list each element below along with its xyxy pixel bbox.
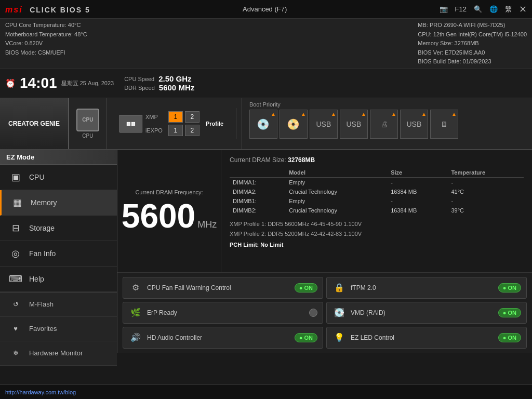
model-dimmb2: Crucial Technology xyxy=(286,206,388,215)
sidebar-item-memory[interactable]: ▦ Memory xyxy=(0,190,117,216)
boot-device-1[interactable]: ▲ 📀 xyxy=(280,110,308,139)
xmp-btn-1[interactable]: 1 xyxy=(168,111,183,123)
mflash-icon: ↺ xyxy=(7,297,24,312)
cpu-fan-control[interactable]: ⚙ CPU Fan Fail Warning Control ● ON xyxy=(123,277,323,299)
dram-freq-label: Current DRAM Frequency: xyxy=(135,189,203,195)
memory-detail: Current DRAM Frequency: 5600 MHz Current… xyxy=(117,150,532,272)
status-bar: http://hardaway.com.tw/blog xyxy=(0,384,532,399)
zoom-icon[interactable]: 🔍 xyxy=(474,5,482,13)
ez-led-control[interactable]: 💡 EZ LED Control ● ON xyxy=(326,327,527,349)
sidebar-bottom: ↺ M-Flash ♥ Favorites ❄ Hardware Monitor xyxy=(0,292,117,366)
iexpo-btn-1[interactable]: 1 xyxy=(168,125,183,136)
dram-size-val: 32768MB xyxy=(288,156,315,164)
pch-limit: PCH Limit: No Limit xyxy=(230,242,524,248)
table-row: DIMMA2: Crucial Technology 16384 MB 41°C xyxy=(230,187,524,196)
pch-limit-val: No Limit xyxy=(260,242,283,248)
clock-icon: ⏰ xyxy=(5,78,16,88)
hd-audio-toggle[interactable]: ● ON xyxy=(295,333,317,342)
cpu-fan-label: CPU Fan Fail Warning Control xyxy=(147,284,290,291)
sidebar-item-help[interactable]: ⌨ Help xyxy=(0,267,117,292)
model-dimma1: Empty xyxy=(286,177,388,187)
ez-led-label: EZ LED Control xyxy=(351,334,494,341)
size-dimmb1: - xyxy=(388,196,448,206)
info-right: MB: PRO Z690-A WIFI (MS-7D25) CPU: 12th … xyxy=(418,21,527,66)
lang-icon[interactable]: 繁 xyxy=(505,5,512,14)
sidebar-item-faninfo[interactable]: ◎ Fan Info xyxy=(0,241,117,267)
sidebar-item-storage[interactable]: ⊟ Storage xyxy=(0,216,117,241)
cpu-profile-icon[interactable]: CPU CPU xyxy=(69,98,107,149)
top-right-controls: 📷 F12 🔍 🌐 繁 ✕ xyxy=(440,4,527,15)
col-temp: Temperature xyxy=(448,168,524,178)
storage-sidebar-icon: ⊟ xyxy=(8,221,23,235)
temp-dimma2: 41°C xyxy=(448,187,524,196)
ez-led-icon: 💡 xyxy=(332,330,347,345)
ez-led-toggle[interactable]: ● ON xyxy=(498,333,521,342)
close-button[interactable]: ✕ xyxy=(519,4,527,15)
table-row: DIMMA1: Empty - - xyxy=(230,177,524,187)
slot-dimmb1: DIMMB1: xyxy=(230,196,286,206)
boot-device-6[interactable]: ▲ 🖥 xyxy=(430,110,458,139)
vmd-icon: 💽 xyxy=(332,305,347,320)
boot-device-2[interactable]: ▲ USB xyxy=(310,110,338,139)
clock-bar: ⏰ 14:01 星期五 25 Aug, 2023 CPU Speed 2.50 … xyxy=(0,69,532,98)
erp-icon: 🌿 xyxy=(128,305,143,320)
hw-monitor-icon: ❄ xyxy=(7,346,24,361)
size-dimma2: 16384 MB xyxy=(388,187,448,196)
globe-icon[interactable]: 🌐 xyxy=(489,5,498,13)
sidebar-memory-label: Memory xyxy=(31,198,57,207)
sidebar: EZ Mode ▣ CPU ▦ Memory ⊟ Storage ◎ Fan I… xyxy=(0,150,117,353)
camera-icon[interactable]: 📷 xyxy=(440,5,448,13)
cpu-chip-icon: CPU xyxy=(76,109,99,131)
dram-freq-val: 5600 xyxy=(122,200,195,233)
xmp-profile-2: XMP Profile 2: DDR5 5200MHz 42-42-42-83 … xyxy=(230,229,524,239)
temp-dimmb1: - xyxy=(448,196,524,206)
cpu-fan-toggle[interactable]: ● ON xyxy=(295,283,317,292)
vmd-control[interactable]: 💽 VMD (RAID) ● ON xyxy=(326,302,527,324)
ftpm-control[interactable]: 🔒 fTPM 2.0 ● ON xyxy=(326,277,527,299)
ddr-speed-val: 5600 MHz xyxy=(159,83,194,92)
mb-temp: Motherboard Temperature: 48°C xyxy=(5,30,87,39)
size-dimma1: - xyxy=(388,177,448,187)
hd-audio-icon: 🔊 xyxy=(128,330,143,345)
favorites-button[interactable]: ♥ Favorites xyxy=(0,317,117,341)
mflash-button[interactable]: ↺ M-Flash xyxy=(0,292,117,317)
f12-label[interactable]: F12 xyxy=(455,5,467,13)
clock-time: 14:01 xyxy=(20,75,57,91)
boot-device-3[interactable]: ▲ USB xyxy=(340,110,368,139)
logo: msi CLICK BIOS 5 xyxy=(5,3,90,15)
iexpo-btn-2[interactable]: 2 xyxy=(185,125,200,136)
table-row: DIMMB2: Crucial Technology 16384 MB 39°C xyxy=(230,206,524,215)
bios-date: BIOS Build Date: 01/09/2023 xyxy=(418,57,527,66)
clock-date: 星期五 25 Aug, 2023 xyxy=(61,79,114,87)
hw-monitor-button[interactable]: ❄ Hardware Monitor xyxy=(0,341,117,366)
content-area: Current DRAM Frequency: 5600 MHz Current… xyxy=(117,150,532,353)
boot-device-4[interactable]: ▲ 🖨 xyxy=(370,110,398,139)
bios-mode-label: Advanced (F7) xyxy=(243,5,287,13)
sidebar-item-cpu[interactable]: ▣ CPU xyxy=(0,165,117,190)
ftpm-toggle[interactable]: ● ON xyxy=(498,283,521,292)
hd-audio-label: HD Audio Controller xyxy=(147,334,290,341)
creator-genie-button[interactable]: CREATOR GENIE xyxy=(0,98,69,149)
boot-device-5[interactable]: ▲ USB xyxy=(400,110,428,139)
vmd-toggle[interactable]: ● ON xyxy=(498,308,521,317)
memory-left: Current DRAM Frequency: 5600 MHz xyxy=(117,150,221,272)
col-size: Size xyxy=(388,168,448,178)
table-row: DIMMB1: Empty - - xyxy=(230,196,524,206)
sidebar-faninfo-label: Fan Info xyxy=(29,249,56,258)
mflash-label: M-Flash xyxy=(29,300,54,308)
boot-device-0[interactable]: ▲ 💿 xyxy=(249,110,277,139)
profile-label: Profile xyxy=(206,121,229,127)
xmp-label: XMP xyxy=(145,114,166,120)
hw-monitor-label: Hardware Monitor xyxy=(29,349,83,357)
ftpm-icon: 🔒 xyxy=(332,281,347,295)
boot-devices-list: ▲ 💿 ▲ 📀 ▲ USB ▲ USB ▲ 🖨 ▲ USB xyxy=(249,110,525,139)
erp-control[interactable]: 🌿 ErP Ready xyxy=(123,302,323,324)
clock-section: ⏰ 14:01 星期五 25 Aug, 2023 xyxy=(5,75,114,91)
xmp-btn-2[interactable]: 2 xyxy=(185,111,200,123)
hd-audio-control[interactable]: 🔊 HD Audio Controller ● ON xyxy=(123,327,323,349)
favorites-icon: ♥ xyxy=(7,322,24,336)
erp-toggle[interactable] xyxy=(309,309,317,317)
memory-sidebar-icon: ▦ xyxy=(10,195,24,210)
main-area: EZ Mode ▣ CPU ▦ Memory ⊟ Storage ◎ Fan I… xyxy=(0,150,532,353)
mb-model: MB: PRO Z690-A WIFI (MS-7D25) xyxy=(418,21,527,30)
